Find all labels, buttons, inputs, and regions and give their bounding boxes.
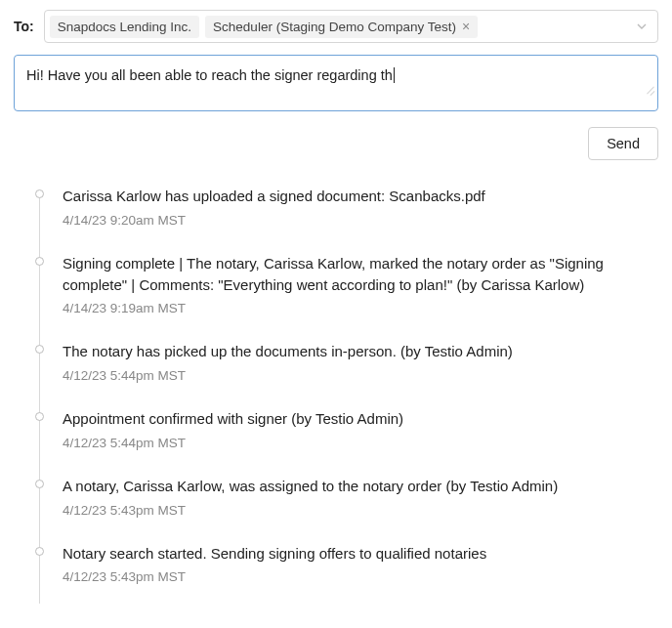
remove-recipient-icon[interactable]: × <box>462 20 470 33</box>
timeline-event: The notary has picked up the documents i… <box>63 341 658 383</box>
timeline-event: Notary search started. Sending signing o… <box>63 543 658 585</box>
text-caret <box>393 67 395 83</box>
timeline-dot-icon <box>35 257 44 266</box>
event-timestamp: 4/12/23 5:43pm MST <box>63 503 658 518</box>
timeline-event: A notary, Carissa Karlow, was assigned t… <box>63 476 658 518</box>
recipient-chip-label: Snapdocs Lending Inc. <box>58 20 191 34</box>
to-label: To: <box>14 19 36 34</box>
activity-timeline: Carissa Karlow has uploaded a signed doc… <box>23 186 658 584</box>
event-timestamp: 4/14/23 9:20am MST <box>63 213 658 228</box>
timeline-event: Appointment confirmed with signer (by Te… <box>63 408 658 450</box>
event-text: Appointment confirmed with signer (by Te… <box>63 408 658 430</box>
recipient-select[interactable]: Snapdocs Lending Inc. Scheduler (Staging… <box>44 10 658 43</box>
timeline-dot-icon <box>35 412 44 421</box>
event-text: The notary has picked up the documents i… <box>63 341 658 362</box>
send-button[interactable]: Send <box>588 127 658 160</box>
timeline-event: Carissa Karlow has uploaded a signed doc… <box>63 186 658 228</box>
event-text: Carissa Karlow has uploaded a signed doc… <box>63 186 658 207</box>
timeline-dot-icon <box>35 345 44 354</box>
timeline-event: Signing complete | The notary, Carissa K… <box>63 253 658 316</box>
timeline-dot-icon <box>35 547 44 556</box>
event-timestamp: 4/12/23 5:43pm MST <box>63 569 658 584</box>
message-input[interactable]: Hi! Have you all been able to reach the … <box>14 55 658 111</box>
recipient-chip[interactable]: Scheduler (Staging Demo Company Test) × <box>205 16 478 38</box>
message-text: Hi! Have you all been able to reach the … <box>26 67 393 83</box>
event-timestamp: 4/14/23 9:19am MST <box>63 301 658 315</box>
to-row: To: Snapdocs Lending Inc. Scheduler (Sta… <box>14 10 658 43</box>
event-timestamp: 4/12/23 5:44pm MST <box>63 368 658 383</box>
event-text: Notary search started. Sending signing o… <box>63 543 658 565</box>
recipient-chip[interactable]: Snapdocs Lending Inc. <box>50 16 199 38</box>
recipient-chip-label: Scheduler (Staging Demo Company Test) <box>213 20 456 34</box>
event-timestamp: 4/12/23 5:44pm MST <box>63 436 658 450</box>
timeline-dot-icon <box>35 480 44 488</box>
event-text: Signing complete | The notary, Carissa K… <box>63 253 658 296</box>
timeline-dot-icon <box>35 189 44 198</box>
event-text: A notary, Carissa Karlow, was assigned t… <box>63 476 658 497</box>
chevron-down-icon[interactable] <box>636 21 648 32</box>
